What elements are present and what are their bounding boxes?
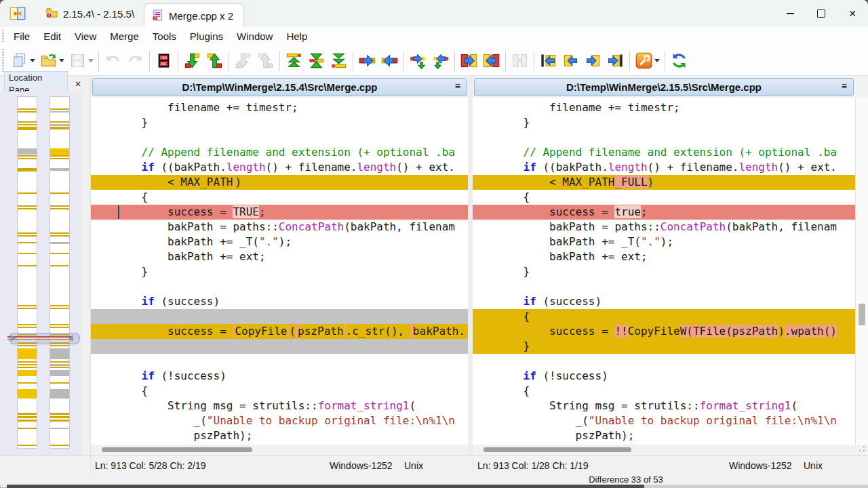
left-code-area[interactable]: filename += timestr; } // Append filenam…	[91, 98, 469, 445]
nav-left-button[interactable]	[559, 49, 582, 73]
scrollbar-thumb[interactable]	[484, 447, 631, 452]
code-line[interactable]: {	[91, 384, 469, 399]
open-folder-button[interactable]	[37, 49, 66, 73]
code-line[interactable]	[91, 309, 469, 324]
code-line[interactable]: {	[91, 190, 469, 205]
right-pane-header[interactable]: D:\Temp\WinMerge\2.15.5\Src\Merge.cpp ≡	[474, 78, 854, 96]
code-line[interactable]: bakPath = paths::ConcatPath(bakPath, fil…	[91, 220, 469, 235]
location-pane-close-icon[interactable]: ✕	[75, 79, 81, 89]
left-pane-menu-icon[interactable]: ≡	[455, 81, 460, 92]
dropdown-arrow-icon[interactable]	[654, 59, 660, 62]
menu-view[interactable]: View	[68, 27, 103, 46]
pane-splitter[interactable]	[468, 76, 473, 455]
copy-left-button[interactable]	[378, 49, 401, 73]
current-difference-button[interactable]	[305, 49, 328, 73]
location-strip-left[interactable]	[17, 96, 37, 449]
left-h-scrollbar[interactable]	[91, 445, 469, 454]
menu-edit[interactable]: Edit	[37, 27, 68, 46]
code-line[interactable]: success = true;	[473, 205, 856, 220]
code-line[interactable]	[91, 130, 469, 145]
code-line[interactable]: }	[91, 264, 469, 279]
menu-merge[interactable]: Merge	[103, 27, 146, 46]
code-line[interactable]: {	[473, 384, 856, 399]
right-encoding[interactable]: Windows-1252	[729, 460, 804, 471]
code-line[interactable]	[473, 130, 856, 145]
first-difference-button[interactable]	[283, 49, 305, 73]
code-line[interactable]: success = CopyFile(pszPath.c_str(), bakP…	[91, 324, 469, 339]
code-line[interactable]: if (success)	[91, 294, 469, 309]
menu-tools[interactable]: Tools	[146, 27, 183, 46]
nav-right-last-button[interactable]	[604, 49, 627, 73]
nav-right-button[interactable]	[582, 49, 604, 73]
left-eol-style[interactable]: Unix	[404, 460, 469, 471]
previous-difference-button[interactable]	[203, 49, 226, 73]
code-line[interactable]: pszPath);	[91, 428, 469, 443]
code-line[interactable]: if ((bakPath.length() + filename.length(…	[91, 160, 469, 175]
code-line[interactable]: _("Unable to backup original file:\n%1\n	[473, 413, 856, 428]
minimize-button[interactable]	[774, 0, 806, 27]
maximize-button[interactable]	[806, 0, 837, 27]
copy-all-left-button[interactable]	[480, 49, 502, 73]
code-line[interactable]: if (!success)	[91, 369, 469, 384]
code-line[interactable]: success = !!CopyFileW(TFile(pszPath).wpa…	[473, 324, 856, 339]
code-line[interactable]: success = TRUE;	[91, 205, 469, 220]
code-line[interactable]: String msg = strutils::format_string1(	[473, 399, 856, 413]
code-line[interactable]: bakPath += _T(".");	[473, 235, 856, 249]
next-difference-button[interactable]	[181, 49, 203, 73]
toolbar-gripper[interactable]	[2, 49, 4, 73]
tab-folder-compare[interactable]: 2.15.4\ - 2.15.5\	[45, 6, 134, 21]
code-line[interactable]: {	[473, 190, 856, 205]
code-line[interactable]: bakPath += ext;	[91, 249, 469, 264]
code-line[interactable]: if (success)	[473, 294, 856, 309]
menu-window[interactable]: Window	[230, 27, 279, 46]
dropdown-arrow-icon[interactable]	[88, 59, 94, 62]
tab-file-compare[interactable]: Merge.cpp x 2	[144, 3, 244, 28]
nav-left-first-button[interactable]	[537, 49, 559, 73]
location-splitter[interactable]	[81, 76, 90, 468]
code-line[interactable]: // Append filename and extension (+ opti…	[473, 145, 856, 160]
options-button[interactable]	[633, 49, 662, 73]
copy-right-advance-button[interactable]	[407, 49, 429, 73]
left-pane-header[interactable]: D:\Temp\WinMerge\2.15.4\Src\Merge.cpp ≡	[92, 78, 467, 96]
code-line[interactable]	[473, 354, 856, 369]
code-line[interactable]: if ((bakPath.length() + filename.length(…	[473, 160, 856, 175]
code-line[interactable]: pszPath);	[473, 428, 856, 443]
code-line[interactable]: }	[473, 115, 856, 130]
code-line[interactable]	[91, 279, 469, 294]
location-strip-right[interactable]	[50, 96, 70, 449]
code-line[interactable]	[91, 354, 469, 369]
code-line[interactable]	[91, 339, 469, 354]
menu-help[interactable]: Help	[279, 27, 314, 46]
code-line[interactable]: }	[473, 339, 856, 354]
scrollbar-thumb[interactable]	[102, 447, 252, 452]
copy-right-button[interactable]	[356, 49, 378, 73]
close-button[interactable]: ✕	[837, 0, 868, 27]
code-line[interactable]	[473, 279, 856, 294]
new-file-button[interactable]	[8, 49, 37, 73]
last-difference-button[interactable]	[328, 49, 350, 73]
menu-plugins[interactable]: Plugins	[183, 27, 230, 46]
code-line[interactable]: bakPath = paths::ConcatPath(bakPath, fil…	[473, 220, 856, 235]
code-line[interactable]: }	[91, 115, 469, 130]
code-line[interactable]: _("Unable to backup original file:\n%1\n	[91, 413, 469, 428]
right-h-scrollbar[interactable]	[473, 445, 856, 454]
menu-file[interactable]: File	[7, 27, 37, 46]
code-line[interactable]: }	[473, 264, 856, 279]
dropdown-arrow-icon[interactable]	[59, 59, 64, 62]
v-scrollbar[interactable]	[855, 98, 868, 445]
right-eol-style[interactable]: Unix	[804, 460, 868, 471]
code-line[interactable]: if (!success)	[473, 369, 856, 384]
codepage-button[interactable]: CBAABC	[153, 49, 175, 73]
code-line[interactable]: {	[473, 309, 856, 324]
code-line[interactable]: filename += timestr;	[91, 100, 469, 115]
left-encoding[interactable]: Windows-1252	[330, 460, 404, 471]
code-line[interactable]: bakPath += _T(".");	[91, 235, 469, 249]
right-pane-menu-icon[interactable]: ≡	[842, 81, 847, 92]
code-line[interactable]: bakPath += ext;	[473, 249, 856, 264]
menubar-gripper[interactable]	[2, 30, 4, 43]
copy-all-right-button[interactable]	[458, 49, 480, 73]
code-line[interactable]: < MAX_PATH_FULL)	[473, 175, 856, 190]
code-line[interactable]: String msg = strutils::format_string1(	[91, 399, 469, 413]
scrollbar-thumb[interactable]	[859, 304, 865, 325]
copy-left-advance-button[interactable]	[429, 49, 452, 73]
